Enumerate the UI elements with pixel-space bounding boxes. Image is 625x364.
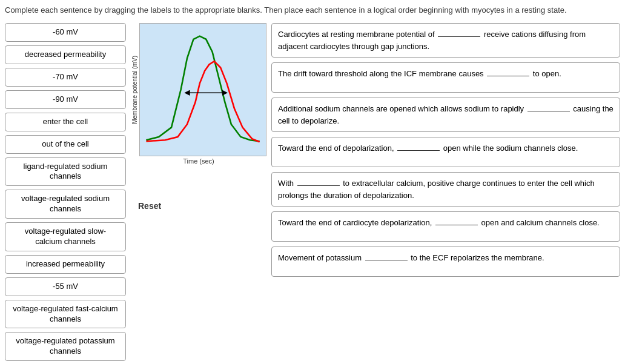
label-item-lbl-8[interactable]: voltage-regulated sodium channels	[5, 190, 126, 219]
labels-column: -60 mVdecreased permeability-70 mV-90 mV…	[5, 23, 126, 361]
blank-sent-5[interactable]	[297, 177, 340, 186]
label-item-lbl-2[interactable]: decreased permeability	[5, 45, 126, 64]
blank-sent-7[interactable]	[365, 252, 408, 260]
label-item-lbl-6[interactable]: out of the cell	[5, 135, 126, 154]
blank-sent-1[interactable]	[438, 28, 480, 37]
y-axis-label: Membrane potential (mV)	[131, 56, 138, 124]
sentence-box-sent-2: The drift toward threshold along the ICF…	[271, 62, 620, 93]
sentences-column: Cardiocytes at resting membrane potentia…	[271, 23, 620, 277]
sentence-box-sent-7: Movement of potassium to the ECF repolar…	[271, 247, 620, 277]
chart-area	[139, 23, 266, 156]
label-item-lbl-1[interactable]: -60 mV	[5, 23, 126, 42]
reset-button[interactable]: Reset	[138, 201, 161, 211]
sentence-box-sent-5: With to extracellular calcium, positive …	[271, 172, 620, 207]
label-item-lbl-3[interactable]: -70 mV	[5, 68, 126, 87]
sentence-box-sent-4: Toward the end of depolarization, open w…	[271, 137, 620, 167]
blank-sent-3[interactable]	[527, 103, 570, 111]
label-item-lbl-10[interactable]: increased permeability	[5, 255, 126, 274]
blank-sent-4[interactable]	[397, 142, 440, 151]
sentence-box-sent-1: Cardiocytes at resting membrane potentia…	[271, 23, 620, 58]
center-column: Membrane potential (mV)	[132, 23, 265, 211]
label-item-lbl-13[interactable]: voltage-regulated potassium channels	[5, 332, 126, 361]
label-item-lbl-7[interactable]: ligand-regulated sodium channels	[5, 157, 126, 187]
blank-sent-2[interactable]	[487, 68, 529, 76]
instructions: Complete each sentence by dragging the l…	[5, 5, 620, 16]
label-item-lbl-12[interactable]: voltage-regulated fast-calcium channels	[5, 300, 126, 329]
x-axis-label: Time (sec)	[183, 157, 214, 165]
sentence-box-sent-3: Additional sodium channels are opened wh…	[271, 98, 620, 132]
label-item-lbl-11[interactable]: -55 mV	[5, 277, 126, 296]
label-item-lbl-4[interactable]: -90 mV	[5, 90, 126, 109]
sentence-box-sent-6: Toward the end of cardiocyte depolarizat…	[271, 211, 620, 242]
blank-sent-6[interactable]	[435, 217, 478, 225]
label-item-lbl-5[interactable]: enter the cell	[5, 113, 126, 131]
label-item-lbl-9[interactable]: voltage-regulated slow-calcium channels	[5, 222, 126, 251]
